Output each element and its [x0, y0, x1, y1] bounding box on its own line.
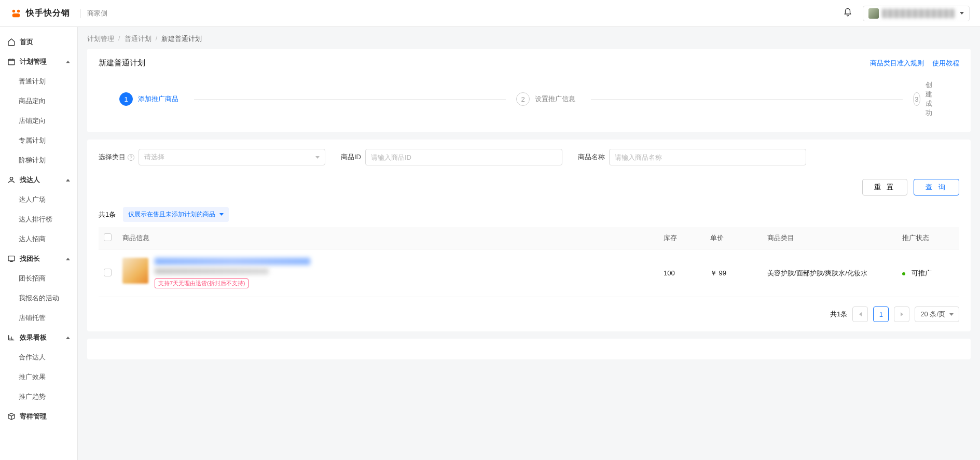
sidebar-item-label: 普通计划: [19, 77, 46, 86]
tag-label: 仅展示在售且未添加计划的商品: [128, 210, 215, 219]
step-number: 2: [516, 92, 530, 106]
box-icon: [7, 412, 16, 421]
app-logo-icon: [10, 8, 22, 19]
footer-card: [87, 339, 971, 359]
sidebar-item-dash-trend[interactable]: 推广趋势: [0, 387, 77, 407]
sidebar-item-plan-ladder[interactable]: 阶梯计划: [0, 150, 77, 170]
username: [882, 9, 955, 18]
sidebar-item-daren-recruit[interactable]: 达人招商: [0, 229, 77, 249]
page-title: 新建普通计划: [99, 58, 145, 68]
sidebar-item-dash-effect[interactable]: 推广效果: [0, 367, 77, 387]
chevron-right-icon: [901, 312, 903, 316]
col-stock: 库存: [658, 227, 705, 249]
sidebar-item-label: 店铺托管: [19, 313, 46, 323]
svg-point-1: [17, 9, 20, 12]
sidebar-item-plan-mgmt[interactable]: 计划管理: [0, 52, 77, 72]
page-number[interactable]: 1: [873, 306, 889, 322]
logo-text: 快手快分销: [26, 8, 70, 19]
sidebar-item-daren-rank[interactable]: 达人排行榜: [0, 210, 77, 229]
chevron-up-icon: [66, 179, 70, 182]
chevron-down-icon: [219, 213, 224, 216]
sidebar-item-label: 团长招商: [19, 274, 46, 283]
sidebar-item-plan-normal[interactable]: 普通计划: [0, 72, 77, 91]
guide-link[interactable]: 使用教程: [932, 59, 959, 68]
logo-subtitle: 商家侧: [80, 9, 107, 18]
sidebar-item-label: 专属计划: [19, 136, 46, 145]
breadcrumb: 计划管理 / 普通计划 / 新建普通计划: [87, 34, 971, 44]
col-product: 商品信息: [117, 227, 658, 249]
step-1: 1 添加推广商品: [119, 92, 516, 106]
sidebar-item-plan-product[interactable]: 商品定向: [0, 91, 77, 111]
user-menu[interactable]: [863, 6, 970, 21]
sidebar-item-plan-exclusive[interactable]: 专属计划: [0, 131, 77, 150]
col-status: 推广状态: [897, 227, 959, 249]
products-table: 商品信息 库存 单价 商品类目 推广状态: [99, 227, 959, 297]
filter-id: 商品ID: [341, 149, 562, 165]
sidebar-item-plan-shop[interactable]: 店铺定向: [0, 111, 77, 131]
sidebar-item-label: 合作达人: [19, 353, 46, 362]
page-size-select[interactable]: 20 条/页: [915, 306, 959, 322]
step-3: 3 创建成功: [913, 80, 938, 118]
sidebar-item-tz-signed[interactable]: 我报名的活动: [0, 288, 77, 308]
search-button[interactable]: 查 询: [914, 179, 959, 196]
field-label: 商品名称: [578, 152, 605, 162]
sidebar-item-label: 达人排行榜: [19, 215, 52, 224]
breadcrumb-item-current: 新建普通计划: [161, 34, 202, 44]
step-2: 2 设置推广信息: [516, 92, 913, 106]
step-number: 3: [913, 92, 920, 106]
chevron-up-icon: [66, 337, 70, 339]
group-icon: [7, 255, 16, 263]
breadcrumb-item[interactable]: 普通计划: [125, 34, 151, 44]
chevron-left-icon: [859, 312, 862, 316]
app-header: 快手快分销 商家侧: [0, 0, 980, 27]
sidebar-item-tuanzhang[interactable]: 找团长: [0, 249, 77, 269]
sidebar-item-sample[interactable]: 寄样管理: [0, 407, 77, 426]
filter-category: 选择类目 ? 请选择: [99, 149, 325, 165]
col-price: 单价: [705, 227, 762, 249]
sidebar-item-daren-square[interactable]: 达人广场: [0, 190, 77, 210]
help-icon[interactable]: ?: [128, 154, 134, 161]
svg-rect-3: [8, 59, 15, 65]
pagination: 共1条 1 20 条/页: [99, 306, 959, 322]
sidebar-item-tz-trust[interactable]: 店铺托管: [0, 308, 77, 328]
breadcrumb-separator: /: [118, 34, 120, 44]
refund-tag: 支持7天无理由退货(拆封后不支持): [155, 278, 249, 288]
category-select[interactable]: 请选择: [139, 149, 325, 165]
breadcrumb-item[interactable]: 计划管理: [87, 34, 114, 44]
sidebar-item-dashboard[interactable]: 效果看板: [0, 328, 77, 347]
step-label: 创建成功: [926, 80, 938, 118]
sidebar-item-label: 商品定向: [19, 96, 46, 106]
chevron-down-icon: [960, 12, 964, 15]
col-category: 商品类目: [762, 227, 897, 249]
sidebar-item-tz-recruit[interactable]: 团长招商: [0, 269, 77, 288]
result-total: 共1条: [99, 210, 116, 219]
logo: 快手快分销 商家侧: [10, 8, 107, 19]
sidebar-item-label: 找达人: [20, 175, 40, 185]
user-icon: [7, 176, 16, 184]
reset-button[interactable]: 重 置: [862, 179, 908, 196]
filter-card: 选择类目 ? 请选择 商品ID 商品名称 重 置: [87, 140, 971, 331]
select-all-checkbox[interactable]: [104, 233, 112, 241]
rule-link[interactable]: 商品类目准入规则: [870, 59, 924, 68]
sidebar-item-label: 计划管理: [20, 57, 47, 66]
avatar: [868, 8, 879, 19]
product-name-input[interactable]: [609, 149, 806, 165]
svg-rect-2: [12, 13, 20, 17]
step-label: 添加推广商品: [138, 94, 178, 104]
product-title-blur: [155, 258, 310, 265]
table-filter-select[interactable]: 仅展示在售且未添加计划的商品: [123, 207, 229, 222]
table-row: 支持7天无理由退货(拆封后不支持) 100 ￥ 99 美容护肤/面部护肤/爽肤水…: [99, 249, 959, 297]
page-next[interactable]: [894, 306, 909, 322]
sidebar-item-home[interactable]: 首页: [0, 32, 77, 52]
sidebar-item-dash-partner[interactable]: 合作达人: [0, 347, 77, 367]
page-total: 共1条: [830, 310, 847, 319]
page-prev[interactable]: [852, 306, 868, 322]
product-id-input[interactable]: [365, 149, 562, 165]
product-subtitle-blur: [155, 268, 269, 274]
cell-status: 可推广: [897, 249, 959, 297]
sidebar-item-label: 效果看板: [20, 333, 47, 342]
sidebar-item-daren[interactable]: 找达人: [0, 170, 77, 190]
bell-icon[interactable]: [843, 8, 852, 19]
row-checkbox[interactable]: [104, 269, 112, 276]
sidebar-item-label: 阶梯计划: [19, 156, 46, 165]
